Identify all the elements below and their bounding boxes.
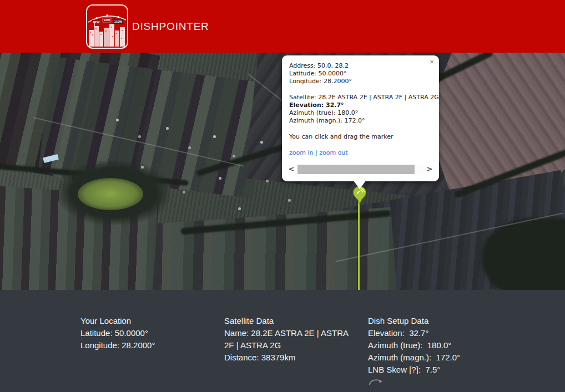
lnb-skew-help-link[interactable]: [?]	[409, 365, 418, 374]
brand-title: DISHPOINTER	[132, 0, 209, 53]
map-pond	[78, 178, 143, 210]
satellite-distance: Distance: 38379km	[224, 352, 359, 364]
azimuth-line	[358, 200, 360, 290]
dish-setup-title: Dish Setup Data	[368, 315, 512, 327]
footer-panel: Your Location Latitude: 50.0000° Longitu…	[0, 290, 565, 392]
scroll-left-icon[interactable]: <	[287, 164, 295, 174]
link-separator: |	[313, 149, 319, 156]
infowindow-satellite: Satellite: 28.2E ASTRA 2E | ASTRA 2F | A…	[289, 94, 432, 101]
dishpointer-app: 82W 91W 110W	[0, 0, 565, 392]
map-field-patch	[130, 207, 396, 290]
lnb-skew-value: : 7.5°	[418, 365, 440, 374]
infowindow-latitude: Latitude: 50.0000°	[289, 70, 432, 78]
header-bar: 82W 91W 110W	[0, 0, 565, 53]
marker-infowindow: × Address: 50.0, 28.2 Latitude: 50.0000°…	[282, 55, 439, 181]
zoom-out-link[interactable]: zoom out	[319, 149, 347, 156]
infowindow-azimuth-true: Azimuth (true): 180.0°	[289, 109, 432, 117]
dish-azimuth-magn: Azimuth (magn.): 172.0°	[368, 352, 512, 364]
infowindow-address: Address: 50.0, 28.2	[289, 62, 432, 70]
your-location-longitude: Longitude: 28.2000°	[80, 339, 214, 352]
skyline-logo-icon: 82W 91W 110W	[87, 6, 127, 48]
lnb-skew-label: LNB Skew	[368, 365, 409, 374]
zoom-in-link[interactable]: zoom in	[289, 149, 313, 156]
satellite-data-section: Satellite Data Name: 28.2E ASTRA 2E | AS…	[224, 315, 359, 364]
infowindow-longitude: Longitude: 28.2000°	[289, 78, 432, 85]
dishpointer-logo[interactable]: 82W 91W 110W	[86, 4, 128, 49]
infowindow-tail	[354, 181, 366, 189]
map-village-buildings	[0, 53, 2, 54]
infowindow-azimuth-magn: Azimuth (magn.): 172.0°	[289, 117, 432, 125]
your-location-latitude: Latitude: 50.0000°	[80, 327, 214, 339]
satellite-data-title: Satellite Data	[224, 315, 359, 327]
scroll-right-icon[interactable]: >	[426, 164, 433, 174]
lnb-skew-arc-icon	[368, 377, 512, 389]
scrollbar-thumb[interactable]	[297, 165, 415, 174]
your-location-title: Your Location	[80, 315, 214, 327]
dish-setup-section: Dish Setup Data Elevation: 32.7° Azimuth…	[368, 315, 512, 389]
scrollbar-track[interactable]	[297, 165, 423, 174]
sat-label-110w: 110W	[114, 20, 123, 23]
close-icon[interactable]: ×	[428, 58, 436, 66]
dish-elevation: Elevation: 32.7°	[368, 327, 512, 339]
infowindow-drag-hint: You can click and drag the marker	[289, 133, 432, 141]
dish-lnb-skew: LNB Skew [?]: 7.5°	[368, 364, 512, 376]
your-location-section: Your Location Latitude: 50.0000° Longitu…	[80, 315, 214, 352]
dish-azimuth-true: Azimuth (true): 180.0°	[368, 339, 512, 352]
satellite-name: Name: 28.2E ASTRA 2E | ASTRA 2F | ASTRA …	[224, 327, 359, 352]
infowindow-zoom-links: zoom in | zoom out	[289, 149, 432, 157]
infowindow-elevation: Elevation: 32.7°	[289, 101, 432, 109]
infowindow-scrollbar: < >	[286, 164, 435, 175]
sat-label-91w: 91W	[104, 18, 110, 22]
